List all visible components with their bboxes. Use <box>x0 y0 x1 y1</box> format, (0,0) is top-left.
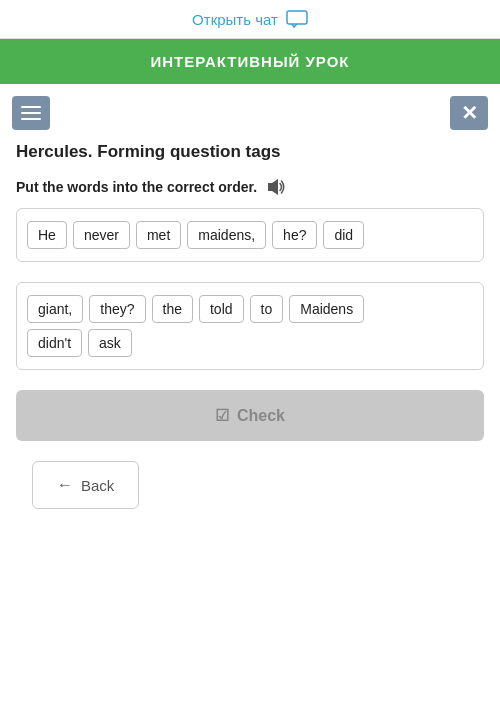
word-tag[interactable]: He <box>27 221 67 249</box>
toolbar-row: ✕ <box>0 84 500 142</box>
word-tag[interactable]: ask <box>88 329 132 357</box>
open-chat-label: Открыть чат <box>192 11 278 28</box>
lesson-header: ИНТЕРАКТИВНЫЙ УРОК <box>0 39 500 84</box>
word-row-1: He never met maidens, he? did <box>27 221 473 249</box>
word-tag[interactable]: he? <box>272 221 317 249</box>
close-button[interactable]: ✕ <box>450 96 488 130</box>
word-tag[interactable]: met <box>136 221 181 249</box>
hamburger-line <box>21 106 41 108</box>
word-box-1: He never met maidens, he? did <box>16 208 484 262</box>
back-label: Back <box>81 477 114 494</box>
audio-icon[interactable] <box>265 178 285 196</box>
instruction-row: Put the words into the correct order. <box>0 178 500 208</box>
word-row-3: didn't ask <box>27 329 473 357</box>
word-tag[interactable]: giant, <box>27 295 83 323</box>
word-box-2: giant, they? the told to Maidens didn't … <box>16 282 484 370</box>
word-tag[interactable]: they? <box>89 295 145 323</box>
word-tag[interactable]: maidens, <box>187 221 266 249</box>
check-button[interactable]: ☑ Check <box>16 390 484 441</box>
back-arrow-icon: ← <box>57 476 73 494</box>
instruction-text: Put the words into the correct order. <box>16 179 257 195</box>
lesson-title: Hercules. Forming question tags <box>0 142 500 178</box>
svg-marker-1 <box>268 179 278 195</box>
menu-button[interactable] <box>12 96 50 130</box>
checkmark-icon: ☑ <box>215 406 229 425</box>
close-icon: ✕ <box>461 101 478 125</box>
word-tag[interactable]: to <box>250 295 284 323</box>
bottom-area: ← Back <box>0 461 500 509</box>
word-tag[interactable]: never <box>73 221 130 249</box>
hamburger-line <box>21 112 41 114</box>
word-row-2: giant, they? the told to Maidens <box>27 295 473 323</box>
hamburger-line <box>21 118 41 120</box>
word-tag[interactable]: the <box>152 295 193 323</box>
top-bar: Открыть чат <box>0 0 500 39</box>
word-tag[interactable]: did <box>323 221 364 249</box>
lesson-header-title: ИНТЕРАКТИВНЫЙ УРОК <box>150 53 349 70</box>
check-label: Check <box>237 407 285 425</box>
svg-rect-0 <box>287 11 307 24</box>
main-content: ✕ Hercules. Forming question tags Put th… <box>0 84 500 718</box>
chat-icon <box>286 10 308 28</box>
open-chat-link[interactable]: Открыть чат <box>192 10 308 28</box>
back-button[interactable]: ← Back <box>32 461 139 509</box>
word-tag[interactable]: Maidens <box>289 295 364 323</box>
word-tag[interactable]: didn't <box>27 329 82 357</box>
word-tag[interactable]: told <box>199 295 244 323</box>
